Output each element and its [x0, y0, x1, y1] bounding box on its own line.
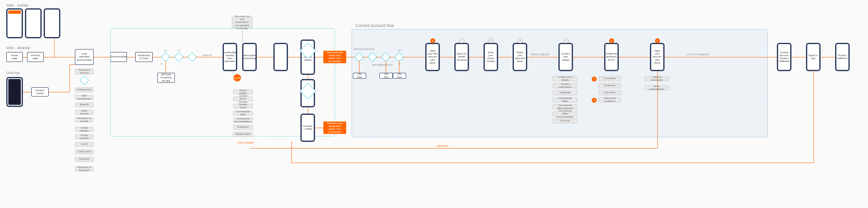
- label-web-desktop: Web - desktop: [6, 46, 30, 50]
- connector: [573, 57, 604, 57]
- connector: [257, 57, 273, 57]
- connector: [657, 71, 658, 148]
- box-kyc-occ: Occupation: [598, 76, 621, 81]
- phone-label: Product fulfillment: [837, 54, 848, 60]
- connector: [250, 148, 657, 149]
- connector: [813, 71, 814, 163]
- label-opens-itsme: OPENS ITSME APP: [531, 53, 549, 56]
- box-comm-pers: Commercial personalisation: [233, 118, 253, 123]
- phone-label: Send my details via itsme: [456, 52, 467, 62]
- connector: [54, 38, 55, 57]
- box-oldflow-3: Old flow: [393, 73, 406, 79]
- box-decisions-1: Decisions and quote from bank? OLT proce…: [323, 51, 346, 63]
- box-kyc-prof: Profession: [598, 83, 621, 88]
- box-loans: Loans: [75, 142, 94, 147]
- badge-g3b: 3: [563, 38, 568, 43]
- connector: [23, 92, 31, 92]
- box-family: Family situation: [75, 134, 94, 139]
- badge-6: 6: [430, 38, 435, 43]
- phone-label: Confirm/Edit choices from calculator: [223, 51, 237, 63]
- label-open-up: OPEN UP: [203, 54, 212, 57]
- phone-web-mobile-2: [25, 8, 42, 38]
- box-evol-exp: Evolution of expenses: [75, 166, 94, 171]
- box-loan-calc: Loan calculator (anonymised): [75, 49, 94, 65]
- box-contact-email: Contact email: [233, 104, 253, 109]
- connector: [291, 141, 292, 163]
- connector: [791, 57, 806, 57]
- diamond-qna: [80, 76, 89, 85]
- box-conf-commp: Commercial offers partners: [553, 104, 578, 109]
- label-loan-denied: LOAN IS DENIED: [237, 141, 254, 144]
- box-profession: Profession: [233, 125, 253, 130]
- box-product-market: Product market: [31, 87, 49, 97]
- phone-open-ing: Open your ING account with itsme: [425, 43, 440, 71]
- connector: [619, 57, 650, 57]
- phone-open-itsme: Open your account with itsme: [650, 43, 665, 71]
- box-conf-confirm: Confirm your details: [553, 76, 578, 81]
- connector: [44, 57, 75, 57]
- phone-label: Decoupled onboarding: [243, 54, 255, 60]
- box-oldflow-2: Old flow: [379, 73, 393, 79]
- badge-kyc-2: 2: [592, 98, 597, 103]
- label-recommendation: RECOMMENDATION: [372, 64, 392, 66]
- phone-send-details: Send my details via itsme: [454, 43, 469, 71]
- box-open-login: Login to Homebank: [644, 76, 669, 81]
- box-purpose-amount: Purpose & Amount: [75, 69, 94, 74]
- badge-4: 4: [609, 38, 614, 43]
- connector: [399, 60, 399, 73]
- phone-web-mobile-1: [6, 8, 23, 38]
- badge-g2: 2: [489, 38, 494, 43]
- connector: [69, 64, 70, 92]
- box-conf-comm: Commercial offers: [553, 97, 578, 102]
- box-qr: QR code for getting the app: [157, 73, 175, 83]
- badge-g3: 3: [518, 38, 523, 43]
- label-no-2: no: [178, 49, 180, 52]
- connector: [527, 57, 558, 57]
- phone-label: Confirm your details: [560, 52, 571, 62]
- connector: [23, 57, 27, 57]
- phone-enter-phone: Enter your phone number: [484, 43, 498, 71]
- box-benefits: Benefits: [75, 102, 94, 107]
- phone-share-data: Share your data with itsme: [513, 43, 527, 71]
- phone-label: Open your ING account with itsme: [427, 50, 438, 64]
- box-home-page: Home page: [6, 52, 23, 62]
- phone-label: Enter your phone number: [486, 51, 496, 63]
- connector: [69, 64, 75, 65]
- connector: [315, 128, 323, 128]
- connector: [308, 75, 308, 79]
- label-current-account: Current account flow: [356, 23, 394, 28]
- phone-current-fulfil: Current account Product fulfillment: [777, 43, 791, 71]
- badge-g1: 1: [459, 38, 464, 43]
- label-no-d1: no: [160, 62, 163, 65]
- box-check-details: Check details: [233, 89, 253, 94]
- box-comm-offers: Commercial offers: [233, 111, 253, 116]
- phone-confirm-edit: Confirm/Edit choices from calculator: [223, 43, 237, 71]
- phone-product-fulfil: Product fulfillment: [835, 43, 850, 71]
- connector: [469, 57, 484, 57]
- box-overdraft: Overdraft: [75, 157, 94, 162]
- connector: [49, 92, 69, 92]
- badge-kyc-1: 1: [592, 77, 597, 82]
- label-yes-ca: yes: [398, 49, 401, 52]
- connector: [196, 57, 223, 57]
- phone-label: Additional questions (KYC): [606, 52, 617, 62]
- phone-web-mobile-3: [44, 8, 60, 38]
- box-other-income: Other income: [75, 110, 94, 115]
- box-credit: Credit cards: [75, 149, 94, 154]
- connector: [821, 57, 835, 57]
- box-living: Living situation: [75, 127, 94, 132]
- badge-5: 5: [655, 38, 660, 43]
- connector: [665, 57, 777, 57]
- box-open-auth: itsme authentication: [644, 85, 669, 90]
- phone-label: Sign/Co-sign: [808, 54, 818, 60]
- phone-oneapp-1: [6, 77, 23, 107]
- label-identified: IDENTIFIED: [437, 145, 449, 147]
- box-self-emp: Self employment: [75, 95, 94, 100]
- connector: [94, 57, 110, 57]
- box-kyc-civil: Civil status: [598, 90, 621, 95]
- connector: [242, 28, 243, 43]
- box-contact-phone: Contact phone number: [233, 97, 253, 102]
- label-oneapp: OneApp: [6, 71, 20, 75]
- box-conf-lang: Language: [553, 90, 578, 95]
- phone-decoupled: Decoupled onboarding: [242, 43, 257, 71]
